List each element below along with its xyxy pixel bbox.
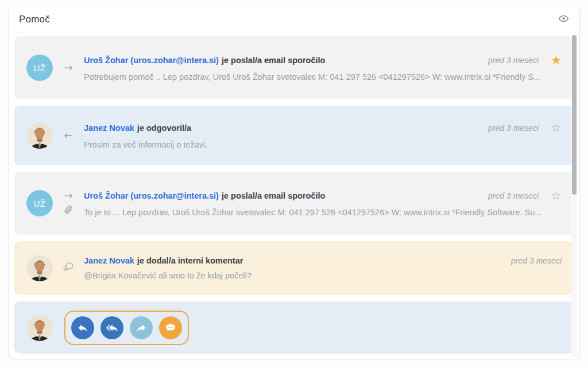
timestamp: pred 3 meseci <box>511 256 562 265</box>
star-outline-icon[interactable]: ☆ <box>547 122 562 134</box>
avatar-photo <box>26 122 53 149</box>
arrow-right-icon: → <box>64 63 72 73</box>
chat-bubbles-icon <box>62 261 75 276</box>
reply-button[interactable] <box>71 316 94 339</box>
action-label: je dodal/a interni komentar <box>137 256 243 265</box>
item-body: Potrebujem pomoč .. Lep pozdrav, Uroš Ur… <box>84 72 562 82</box>
star-outline-icon[interactable]: ☆ <box>547 190 562 202</box>
actor-link[interactable]: Janez Novak <box>84 256 134 265</box>
star-filled-icon[interactable]: ★ <box>547 55 562 67</box>
avatar-initials-text: UŽ <box>34 63 46 73</box>
forward-button[interactable] <box>130 316 153 339</box>
timeline-item-internal-comment[interactable]: Janez Novak je dodal/a interni komentar … <box>14 241 574 295</box>
actor-link[interactable]: Uroš Žohar (uros.zohar@intera.si) <box>84 191 219 200</box>
actor-link[interactable]: Uroš Žohar (uros.zohar@intera.si) <box>84 56 219 65</box>
paperclip-icon <box>64 205 73 216</box>
avatar-initials-text: UŽ <box>34 199 46 208</box>
arrow-right-icon: → <box>64 191 72 201</box>
item-body: Prosim za več informacij o težavi. <box>84 140 562 149</box>
comment-button[interactable] <box>159 316 182 339</box>
timeline-item-email-sent[interactable]: UŽ → Uroš Žohar (uros.zohar@intera.si) j… <box>14 36 574 99</box>
timestamp: pred 3 meseci <box>488 56 539 65</box>
activity-panel: Pomoč UŽ → Uroš Žohar (uros.zohar@intera… <box>8 6 580 359</box>
reply-all-icon <box>106 322 118 334</box>
timestamp: pred 3 meseci <box>488 123 539 133</box>
avatar-initials: UŽ <box>26 55 53 81</box>
item-body: To je to ... Lep pozdrav, Uroš Uroš Žoha… <box>84 208 562 217</box>
scrollbar-thumb[interactable] <box>572 35 577 195</box>
watch-toggle-button[interactable] <box>558 13 569 26</box>
reply-icon <box>77 322 88 334</box>
action-label: je odgovoril/a <box>137 123 191 133</box>
avatar-photo <box>26 315 53 341</box>
actor-link[interactable]: Janez Novak <box>84 123 134 133</box>
timeline-item-reply[interactable]: ← Janez Novak je odgovoril/a pred 3 mese… <box>14 106 574 165</box>
action-label: je poslal/a email sporočilo <box>222 191 326 200</box>
avatar-initials: UŽ <box>26 190 53 216</box>
timeline-item-email-sent[interactable]: UŽ → Uroš Žohar (uros.zohar@intera.si) j… <box>14 172 574 235</box>
avatar-photo <box>26 255 53 281</box>
timestamp: pred 3 meseci <box>488 191 539 200</box>
page-title: Pomoč <box>19 14 50 25</box>
reply-all-button[interactable] <box>100 316 123 339</box>
comment-bubble-icon <box>165 322 176 334</box>
timeline: UŽ → Uroš Žohar (uros.zohar@intera.si) j… <box>9 34 579 359</box>
composer-row <box>14 301 574 354</box>
panel-header: Pomoč <box>9 6 579 33</box>
action-label: je poslal/a email sporočilo <box>222 56 326 65</box>
eye-icon <box>558 13 569 26</box>
forward-icon <box>136 322 147 334</box>
reply-toolbar <box>64 311 189 345</box>
arrow-left-icon: ← <box>64 130 72 141</box>
item-body: @Brigita Kovačević ali smo to že kdaj po… <box>84 271 562 280</box>
